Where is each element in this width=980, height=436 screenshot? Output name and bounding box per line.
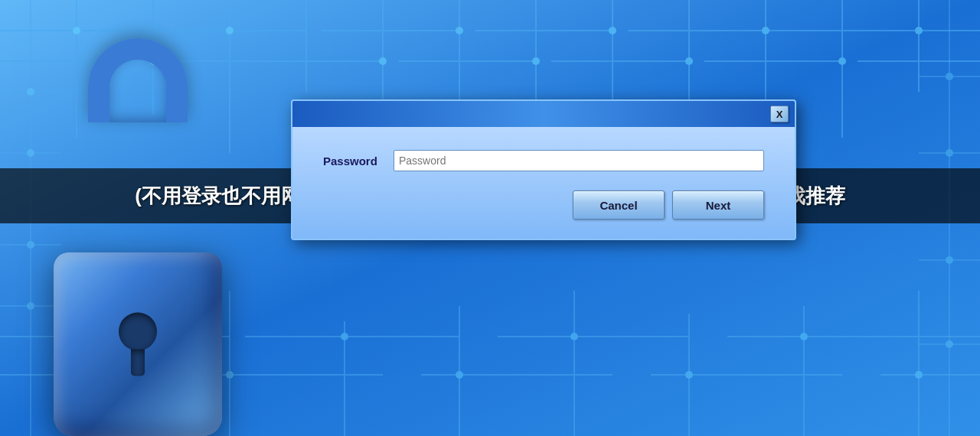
close-button[interactable]: X bbox=[770, 106, 789, 122]
svg-point-74 bbox=[946, 149, 953, 157]
svg-point-75 bbox=[946, 256, 953, 264]
svg-point-64 bbox=[27, 88, 34, 96]
svg-point-76 bbox=[946, 340, 953, 348]
svg-point-57 bbox=[800, 333, 808, 340]
svg-point-55 bbox=[570, 333, 578, 340]
svg-point-54 bbox=[456, 371, 463, 379]
svg-point-25 bbox=[226, 27, 234, 34]
cancel-button[interactable]: Cancel bbox=[573, 190, 665, 220]
svg-point-23 bbox=[73, 27, 80, 34]
svg-point-28 bbox=[532, 57, 540, 65]
svg-point-53 bbox=[341, 333, 348, 340]
svg-point-31 bbox=[762, 27, 769, 34]
svg-point-30 bbox=[685, 57, 693, 65]
svg-point-58 bbox=[915, 371, 923, 379]
padlock-keyhole bbox=[119, 313, 157, 376]
padlock-body bbox=[54, 252, 222, 436]
next-button[interactable]: Next bbox=[672, 190, 764, 220]
password-label: Password bbox=[323, 155, 384, 168]
dialog-titlebar: X bbox=[292, 101, 795, 127]
dialog-window: X Password Cancel Next bbox=[291, 99, 796, 240]
svg-point-32 bbox=[838, 57, 846, 65]
svg-point-27 bbox=[456, 27, 463, 34]
svg-point-33 bbox=[915, 27, 923, 34]
svg-point-56 bbox=[685, 371, 693, 379]
dialog-buttons: Cancel Next bbox=[323, 190, 764, 220]
padlock-illustration bbox=[23, 115, 253, 436]
password-input[interactable] bbox=[394, 150, 764, 171]
svg-point-73 bbox=[946, 73, 953, 80]
svg-point-29 bbox=[609, 27, 616, 34]
password-row: Password bbox=[323, 150, 764, 171]
dialog-content: Password Cancel Next bbox=[292, 127, 795, 239]
svg-point-26 bbox=[379, 57, 387, 65]
